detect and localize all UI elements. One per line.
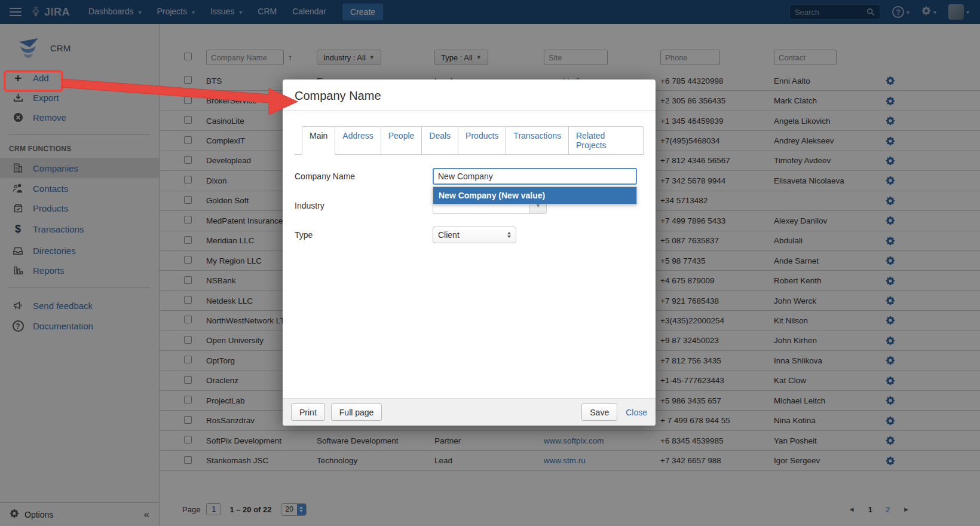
tab-products[interactable]: Products [458,126,506,155]
save-button[interactable]: Save [581,403,617,421]
tab-address[interactable]: Address [335,126,381,155]
dialog-title: Company Name [295,89,644,103]
tab-main[interactable]: Main [302,126,335,155]
dialog-header: Company Name [283,79,656,111]
autocomplete-dropdown: New Company (New value) [433,186,637,204]
tab-related-projects[interactable]: Related Projects [569,126,644,155]
dialog-tabs: MainAddressPeopleDealsProductsTransactio… [295,126,644,155]
tab-people[interactable]: People [381,126,422,155]
type-label: Type [295,227,433,243]
dialog-footer: Print Full page Save Close [283,398,656,426]
type-select-value: Client [438,230,460,240]
print-button[interactable]: Print [291,403,325,421]
jira-crm-page: JIRA Dashboards ▾Projects ▾Issues ▾CRMCa… [0,0,980,526]
select-arrows-icon [507,232,511,238]
tab-transactions[interactable]: Transactions [506,126,569,155]
close-link[interactable]: Close [626,408,647,417]
company-dialog: Company Name MainAddressPeopleDealsProdu… [283,79,656,426]
type-select[interactable]: Client [433,227,516,243]
industry-label: Industry [295,197,433,214]
autocomplete-option[interactable]: New Company (New value) [433,187,636,204]
company-name-label: Company Name [295,168,433,185]
company-name-input[interactable] [433,168,637,185]
full-page-button[interactable]: Full page [331,403,382,421]
tab-deals[interactable]: Deals [422,126,458,155]
